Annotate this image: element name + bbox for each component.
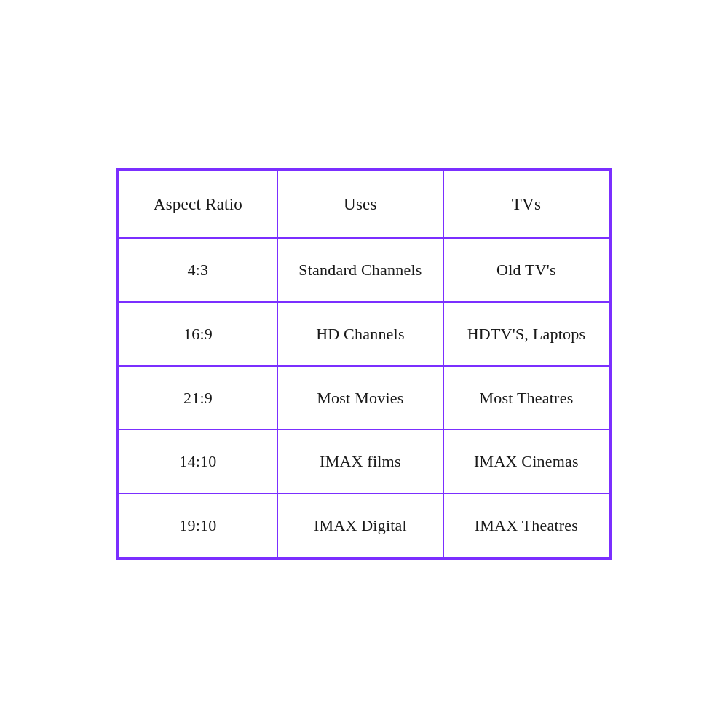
uses-imax-digital: IMAX Digital bbox=[277, 494, 443, 558]
uses-hd-channels: HD Channels bbox=[277, 302, 443, 366]
table-row: 14:10 IMAX films IMAX Cinemas bbox=[119, 430, 609, 494]
ratio-16-9: 16:9 bbox=[119, 302, 277, 366]
header-tvs: TVs bbox=[443, 170, 609, 238]
ratio-19-10: 19:10 bbox=[119, 494, 277, 558]
ratio-4-3: 4:3 bbox=[119, 238, 277, 302]
table-row: 4:3 Standard Channels Old TV's bbox=[119, 238, 609, 302]
tvs-imax-theatres: IMAX Theatres bbox=[443, 494, 609, 558]
tvs-hdtv: HDTV'S, Laptops bbox=[443, 302, 609, 366]
ratio-21-9: 21:9 bbox=[119, 366, 277, 430]
uses-most-movies: Most Movies bbox=[277, 366, 443, 430]
tvs-old: Old TV's bbox=[443, 238, 609, 302]
table-row: 21:9 Most Movies Most Theatres bbox=[119, 366, 609, 430]
table-row: 16:9 HD Channels HDTV'S, Laptops bbox=[119, 302, 609, 366]
uses-standard-channels: Standard Channels bbox=[277, 238, 443, 302]
table-row: 19:10 IMAX Digital IMAX Theatres bbox=[119, 494, 609, 558]
tvs-imax-cinemas: IMAX Cinemas bbox=[443, 430, 609, 494]
header-uses: Uses bbox=[277, 170, 443, 238]
ratio-14-10: 14:10 bbox=[119, 430, 277, 494]
aspect-ratio-table: Aspect Ratio Uses TVs 4:3 Standard Chann… bbox=[116, 168, 612, 559]
uses-imax-films: IMAX films bbox=[277, 430, 443, 494]
header-aspect-ratio: Aspect Ratio bbox=[119, 170, 277, 238]
tvs-most-theatres: Most Theatres bbox=[443, 366, 609, 430]
